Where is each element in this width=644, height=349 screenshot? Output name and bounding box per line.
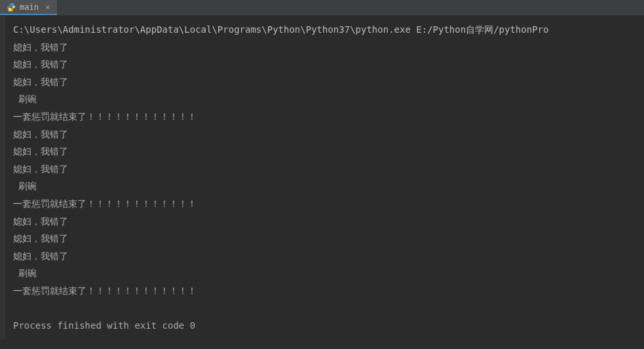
output-line: 媳妇，我错了: [13, 56, 644, 73]
output-line: 媳妇，我错了: [13, 230, 644, 248]
output-line: 媳妇，我错了: [13, 143, 644, 160]
output-line: Process finished with exit code 0: [13, 317, 644, 335]
tab-bar: main ×: [0, 0, 644, 16]
command-line: C:\Users\Administrator\AppData\Local\Pro…: [13, 21, 644, 39]
output-line: 刷碗: [13, 265, 644, 282]
output-lines: 媳妇，我错了媳妇，我错了媳妇，我错了 刷碗一套惩罚就结束了！！！！！！！！！！！…: [13, 39, 644, 335]
output-line: 一套惩罚就结束了！！！！！！！！！！！！: [13, 282, 644, 300]
output-line: [13, 300, 644, 318]
output-line: 媳妇，我错了: [13, 213, 644, 230]
output-line: 媳妇，我错了: [13, 160, 644, 178]
output-line: 媳妇，我错了: [13, 248, 644, 265]
output-line: 媳妇，我错了: [13, 126, 644, 143]
gutter: [0, 16, 5, 340]
output-line: 刷碗: [13, 177, 644, 195]
close-icon[interactable]: ×: [45, 2, 50, 12]
tab-label: main: [20, 3, 39, 12]
output-line: 一套惩罚就结束了！！！！！！！！！！！！: [13, 108, 644, 126]
output-line: 媳妇，我错了: [13, 73, 644, 91]
output-line: 刷碗: [13, 90, 644, 108]
tab-main[interactable]: main ×: [0, 0, 57, 15]
console-output: C:\Users\Administrator\AppData\Local\Pro…: [0, 16, 644, 340]
python-icon: [7, 3, 16, 12]
output-line: 一套惩罚就结束了！！！！！！！！！！！！: [13, 195, 644, 213]
output-line: 媳妇，我错了: [13, 39, 644, 56]
